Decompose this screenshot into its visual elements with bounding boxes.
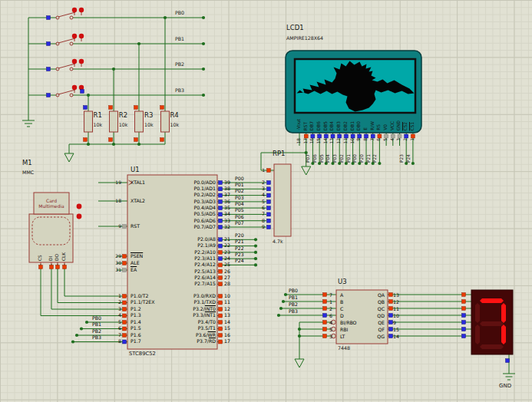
resistor-value: 10k <box>119 122 135 127</box>
u1-pin-rst: RST <box>131 223 140 229</box>
lcd-pin-number: 14 <box>322 138 329 143</box>
rp1-pin-number: 8 <box>253 218 265 224</box>
net-label: P07 <box>235 221 244 227</box>
u1-pin-number: 15 <box>224 325 230 332</box>
schematic-graphics <box>0 0 532 402</box>
resistor-label: R1 10k <box>84 111 110 127</box>
lcd-pin-name: DB3 <box>336 121 343 130</box>
u1-p2-nets: P20P21P22P23P24 <box>235 233 244 284</box>
u1-pin-num-31: 31 <box>106 267 121 273</box>
net-label: PB3 <box>92 335 101 342</box>
resistor-label: R4 10k <box>160 111 186 127</box>
rp1-pin-number: 4 <box>253 192 265 198</box>
u1-pin-name: P3.2/INT0 <box>150 306 216 313</box>
u1-pin-name: P2.1/A9 <box>150 242 216 249</box>
u1-pin-number: 16 <box>224 332 230 339</box>
u1-pin-name: P3.1/TXD <box>150 299 216 306</box>
segment-g <box>480 321 504 326</box>
u1-pin-name: P3.3/INT1 <box>150 312 216 319</box>
u3-pin-number: 12 <box>393 298 399 305</box>
u1-pin-xtal1: XTAL1 <box>131 180 145 186</box>
u1-pin-number: 10 <box>224 293 230 300</box>
u1-pin-number: 37 <box>224 192 230 198</box>
u3-pin-number: 3 <box>322 333 332 340</box>
rp1-pin1-number: 1 <box>256 167 265 173</box>
lcd-pin-number: 6 <box>376 138 383 141</box>
resistor-ref: R1 <box>94 111 110 119</box>
u3-pin-name: QE <box>353 319 385 326</box>
mmc-pin-cs: CS <box>38 248 42 261</box>
u3-pin-number: 5 <box>322 326 332 333</box>
net-label <box>235 272 244 278</box>
u1-pin-name: P2.0/A8 <box>150 236 216 242</box>
net-label: P24 <box>235 259 244 265</box>
u1-pin-number: 27 <box>224 275 230 281</box>
u1-p2-numbers: 2122232425262728 <box>224 236 230 287</box>
resistor-value: 10k <box>144 122 160 127</box>
mmc-pin-clk: CLK <box>61 248 66 261</box>
u1-pin-name: P3.6/WR <box>150 332 216 339</box>
lcd-pin-name: CS1 <box>409 122 416 130</box>
u3-pin-name: QB <box>353 298 385 305</box>
button-cap-icon <box>72 8 77 12</box>
seven-segment-display[interactable] <box>471 290 513 354</box>
u1-pin-name: P0.4/AD4 <box>150 205 216 211</box>
u1-pin-name: P0.2/AD2 <box>150 192 216 198</box>
u3-ref: U3 <box>338 278 347 285</box>
lcd-pin-number: 18 <box>296 138 303 143</box>
resistor-label: R2 10k <box>110 111 135 127</box>
u3-pin-name: QC <box>353 305 385 312</box>
u1-part: STC89C52 <box>129 351 156 357</box>
u1-p3-names: P3.0/RXDP3.1/TXDP3.2/INT0P3.3/INT1P3.4/T… <box>150 293 216 345</box>
lcd-pin-name: -Vout <box>296 119 303 130</box>
u1-pin-name: P0.3/AD3 <box>150 199 216 205</box>
rp1-ref: RP1 <box>273 150 285 157</box>
lcd-pin-name: DB1 <box>349 121 356 130</box>
resistor-label: R3 10k <box>135 111 160 127</box>
lcd-pin-number: 1 <box>409 138 416 141</box>
u1-pin-number: 7 <box>106 332 121 339</box>
u3-pin-number: 4 <box>322 319 332 326</box>
net-label: P06 <box>312 154 319 163</box>
u1-pin-name: P3.0/RXD <box>150 293 216 300</box>
u3-right-numbers: 1312111091514 <box>393 292 399 340</box>
u1-pin-number: 11 <box>224 299 230 306</box>
ground-arrow-resistors <box>64 153 74 162</box>
mmc-pin-di: DI <box>48 248 53 261</box>
u1-pin-xtal2: XTAL2 <box>131 198 145 204</box>
u1-pin-number: 2 <box>106 299 121 306</box>
net-label: P24 <box>405 154 412 163</box>
net-label: P23 <box>399 154 406 163</box>
lcd-pin-name: DB0 <box>356 121 363 130</box>
u1-pin-number: 4 <box>106 312 121 319</box>
u1-pin-number: 14 <box>224 319 230 326</box>
u1-p3-numbers: 1011121314151617 <box>224 293 230 345</box>
segment-b <box>501 303 506 323</box>
u3-pin-number: 6 <box>322 312 332 319</box>
u1-pin-number: 28 <box>224 281 230 287</box>
u1-pin-number: 1 <box>106 293 121 300</box>
u3-pin-name: QF <box>353 326 385 333</box>
u1-pin-name: P2.7/A15 <box>150 281 216 287</box>
u1-pin-number: 24 <box>224 255 230 262</box>
rp1-body[interactable] <box>274 164 291 236</box>
net-label: P05 <box>319 154 325 163</box>
net-label: P07 <box>306 154 312 163</box>
net-label: P21 <box>365 154 372 163</box>
u1-pb-nets: PB0PB1PB2PB3 <box>92 316 101 342</box>
u3-pin-name: QA <box>353 292 385 298</box>
u3-pin-number: 7 <box>322 292 332 298</box>
lcd-pin-name: CS2 <box>403 122 410 130</box>
u1-p0-names: P0.0/AD0P0.1/AD1P0.2/AD2P0.3/AD3P0.4/AD4… <box>150 180 216 230</box>
u3-pin-number: 11 <box>393 305 399 312</box>
lcd-pin-number: 10 <box>349 138 356 143</box>
lcd-pin-name: DB7 <box>309 121 316 130</box>
u3-pin-name: QD <box>353 312 385 319</box>
u1-pin-num-9: 9 <box>106 223 121 229</box>
u1-pin-name: P3.4/T0 <box>150 319 216 326</box>
ground-arrow-lcd <box>302 166 311 175</box>
u1-pin-name: P3.7/RD <box>150 338 216 345</box>
lcd-pin-number: 7 <box>369 138 376 141</box>
card-detect-dot <box>77 204 82 209</box>
lcd-net-labels: P07P06P05P04P03P02P01P00P20P21P22P23P24 <box>292 147 412 163</box>
